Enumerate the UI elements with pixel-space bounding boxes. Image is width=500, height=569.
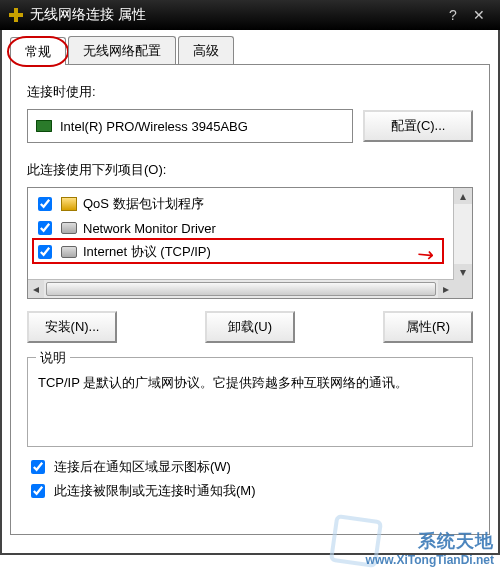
limited-notify-label: 此连接被限制或无连接时通知我(M): [54, 482, 256, 500]
description-legend: 说明: [36, 349, 70, 367]
tab-panel-general: 连接时使用: Intel(R) PRO/Wireless 3945ABG 配置(…: [10, 65, 490, 535]
watermark: 系统天地 www.XiTongTianDi.net: [366, 531, 494, 567]
install-button-label: 安装(N)...: [45, 319, 100, 334]
watermark-url: www.XiTongTianDi.net: [366, 553, 494, 567]
qos-icon: [61, 197, 77, 211]
item-label: QoS 数据包计划程序: [83, 195, 204, 213]
horizontal-scrollbar[interactable]: ◂ ▸: [28, 279, 454, 298]
scroll-up-icon[interactable]: ▴: [454, 188, 472, 204]
item-checkbox[interactable]: [38, 197, 52, 211]
install-button[interactable]: 安装(N)...: [27, 311, 117, 343]
adapter-box: Intel(R) PRO/Wireless 3945ABG: [27, 109, 353, 143]
list-item[interactable]: Internet 协议 (TCP/IP): [32, 240, 468, 264]
scroll-left-icon[interactable]: ◂: [28, 280, 44, 298]
tab-wireless-label: 无线网络配置: [83, 43, 161, 58]
list-item[interactable]: Network Monitor Driver: [32, 216, 468, 240]
configure-button-label: 配置(C)...: [391, 118, 446, 133]
list-item[interactable]: QoS 数据包计划程序: [32, 192, 468, 216]
close-button[interactable]: ✕: [466, 7, 492, 23]
show-icon-label: 连接后在通知区域显示图标(W): [54, 458, 231, 476]
tab-advanced-label: 高级: [193, 43, 219, 58]
items-label: 此连接使用下列项目(O):: [27, 161, 473, 179]
show-icon-checkbox[interactable]: [31, 460, 45, 474]
item-checkbox[interactable]: [38, 245, 52, 259]
window-icon: [8, 7, 24, 23]
adapter-label: 连接时使用:: [27, 83, 473, 101]
tab-strip: 常规 无线网络配置 高级: [10, 36, 490, 65]
description-text: TCP/IP 是默认的广域网协议。它提供跨越多种互联网络的通讯。: [38, 372, 462, 394]
adapter-name: Intel(R) PRO/Wireless 3945ABG: [60, 119, 248, 134]
items-listbox[interactable]: QoS 数据包计划程序 Network Monitor Driver Inter…: [27, 187, 473, 299]
limited-notify-checkbox[interactable]: [31, 484, 45, 498]
item-checkbox[interactable]: [38, 221, 52, 235]
scroll-corner: [454, 280, 472, 298]
tab-general-label: 常规: [25, 44, 51, 59]
help-button[interactable]: ?: [440, 7, 466, 23]
dialog-content: 常规 无线网络配置 高级 连接时使用: Intel(R) PRO/Wireles…: [0, 30, 500, 555]
driver-icon: [61, 222, 77, 234]
window-title: 无线网络连接 属性: [30, 6, 146, 24]
configure-button[interactable]: 配置(C)...: [363, 110, 473, 142]
properties-button[interactable]: 属性(R): [383, 311, 473, 343]
scroll-thumb[interactable]: [46, 282, 436, 296]
tab-wireless[interactable]: 无线网络配置: [68, 36, 176, 64]
vertical-scrollbar[interactable]: ▴ ▾: [453, 188, 472, 280]
titlebar: 无线网络连接 属性 ? ✕: [0, 0, 500, 30]
nic-icon: [36, 120, 52, 132]
uninstall-button-label: 卸载(U): [228, 319, 272, 334]
scroll-right-icon[interactable]: ▸: [438, 280, 454, 298]
watermark-cn: 系统天地: [366, 531, 494, 553]
svg-rect-1: [14, 8, 18, 22]
item-label: Internet 协议 (TCP/IP): [83, 243, 211, 261]
scroll-down-icon[interactable]: ▾: [454, 264, 472, 280]
tab-general[interactable]: 常规: [10, 37, 66, 65]
tab-advanced[interactable]: 高级: [178, 36, 234, 64]
protocol-icon: [61, 246, 77, 258]
uninstall-button[interactable]: 卸载(U): [205, 311, 295, 343]
properties-button-label: 属性(R): [406, 319, 450, 334]
description-group: 说明 TCP/IP 是默认的广域网协议。它提供跨越多种互联网络的通讯。: [27, 357, 473, 447]
item-label: Network Monitor Driver: [83, 221, 216, 236]
